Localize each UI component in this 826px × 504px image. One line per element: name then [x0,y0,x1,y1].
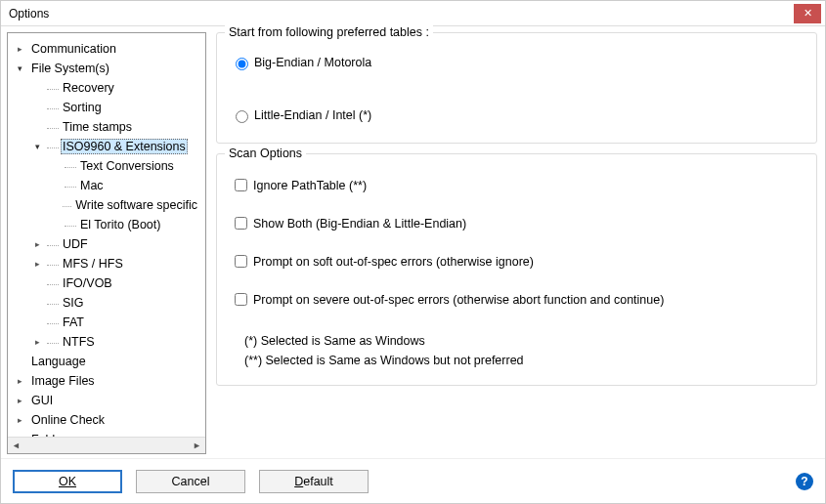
tree-item-label[interactable]: GUI [29,394,55,407]
default-button-rest: efault [303,475,333,488]
tree-branch-line [47,89,59,90]
radio-little-endian-label: Little-Endian / Intel (*) [254,108,371,122]
chevron-right-icon[interactable]: ▸ [14,43,25,55]
tree-branch-line [63,206,72,207]
chevron-down-icon[interactable]: ▾ [14,63,25,74]
radio-big-endian[interactable]: Big-Endian / Motorola [231,55,803,70]
chevron-right-icon[interactable]: ▸ [31,336,43,348]
check-prompt-soft[interactable]: Prompt on soft out-of-spec errors (other… [231,252,803,271]
tree-item[interactable]: Mac [8,176,205,195]
tree-item[interactable]: ▸GUI [8,391,205,410]
nav-tree[interactable]: ▸Communication▾File System(s)RecoverySor… [7,32,206,454]
chevron-down-icon[interactable]: ▾ [31,141,43,152]
check-prompt-soft-input[interactable] [235,255,247,268]
radio-little-endian[interactable]: Little-Endian / Intel (*) [231,107,803,123]
tree-item-label[interactable]: Image Files [29,374,97,388]
tree-item-label[interactable]: Sorting [61,101,104,114]
tree-item-label[interactable]: FAT [61,315,86,329]
tree-branch-line [47,343,59,344]
tree-branch-line [47,108,59,109]
tree-item[interactable]: El Torito (Boot) [8,215,205,234]
tree-item-label[interactable]: Text Conversions [78,159,176,173]
radio-big-endian-input[interactable] [236,58,248,70]
tree-item[interactable]: ▸NTFS [8,332,205,352]
tree-branch-line [65,187,76,188]
scroll-left-icon[interactable]: ◄ [8,438,24,454]
tree-branch-line [47,304,59,305]
tree-item[interactable]: Recovery [8,78,205,98]
check-show-both-label: Show Both (Big-Endian & Little-Endian) [253,217,466,231]
tree-branch-line [47,147,59,148]
tree-item-label[interactable]: Online Check [29,413,107,427]
cancel-button[interactable]: Cancel [136,470,245,493]
tree-item[interactable]: IFO/VOB [8,273,205,293]
tree-item[interactable]: Sorting [8,98,205,117]
check-ignore-pathtable-input[interactable] [235,179,247,191]
group-scan-options-legend: Scan Options [225,147,306,160]
tree-branch-line [65,226,76,227]
check-ignore-pathtable[interactable]: Ignore PathTable (**) [231,176,803,194]
chevron-right-icon[interactable]: ▸ [14,414,25,426]
chevron-right-icon[interactable]: ▸ [31,238,43,250]
tree-horizontal-scrollbar[interactable]: ◄ ► [8,437,205,453]
tree-branch-line [47,284,59,285]
radio-big-endian-label: Big-Endian / Motorola [254,56,371,69]
tree-item[interactable]: ▸Online Check [8,410,205,430]
ok-button[interactable]: OK [13,470,122,493]
chevron-right-icon[interactable]: ▸ [14,375,25,387]
window-title: Options [9,7,794,21]
tree-item[interactable]: Write software specific [8,195,205,215]
settings-panel: Start from following preferred tables : … [212,26,825,458]
tree-item[interactable]: ▾ISO9960 & Extensions [8,137,205,156]
tree-item-label[interactable]: Time stamps [61,120,134,134]
tree-item[interactable]: ▸Image Files [8,371,205,391]
tree-item-label[interactable]: Recovery [61,81,116,95]
tree-item-label[interactable]: File System(s) [29,62,111,75]
radio-little-endian-input[interactable] [236,110,248,123]
group-preferred-tables-legend: Start from following preferred tables : [225,25,433,39]
close-icon[interactable]: ✕ [794,4,821,23]
tree-item-label[interactable]: UDF [61,237,90,251]
check-show-both[interactable]: Show Both (Big-Endian & Little-Endian) [231,214,803,232]
tree-branch-line [47,265,59,266]
tree-branch-line [65,167,76,168]
chevron-right-icon[interactable]: ▸ [14,395,25,406]
tree-item-label[interactable]: Write software specific [73,198,199,212]
tree-item[interactable]: ▾File System(s) [8,59,205,78]
check-prompt-soft-label: Prompt on soft out-of-spec errors (other… [253,255,534,269]
help-icon[interactable]: ? [796,473,813,490]
default-button[interactable]: Default [259,470,369,493]
chevron-right-icon[interactable]: ▸ [31,258,43,270]
tree-item[interactable]: ▸Communication [8,39,205,59]
content-area: ▸Communication▾File System(s)RecoverySor… [1,26,825,458]
check-show-both-input[interactable] [235,217,247,230]
tree-item[interactable]: Text Conversions [8,156,205,176]
dialog-footer: OK Cancel Default ? [1,458,825,503]
tree-item-label[interactable]: NTFS [61,335,97,349]
check-prompt-severe-label: Prompt on severe out-of-spec errors (oth… [253,293,664,307]
tree-item-label[interactable]: IFO/VOB [61,276,114,290]
tree-item-label[interactable]: SIG [61,296,86,310]
check-prompt-severe-input[interactable] [235,293,247,306]
tree-item-label[interactable]: MFS / HFS [61,257,125,271]
footnote-1: (*) Selected is Same as Windows [244,334,803,348]
tree-item[interactable]: Time stamps [8,117,205,137]
tree-item-label[interactable]: Communication [29,42,118,56]
check-ignore-pathtable-label: Ignore PathTable (**) [253,179,367,192]
tree-item[interactable]: SIG [8,293,205,313]
title-bar: Options ✕ [1,1,825,26]
tree-item-label[interactable]: ISO9960 & Extensions [61,139,188,154]
tree-item[interactable]: ▸UDF [8,234,205,254]
scroll-right-icon[interactable]: ► [189,438,205,454]
tree-item-label[interactable]: Language [29,355,88,368]
tree-branch-line [47,128,59,129]
group-preferred-tables: Start from following preferred tables : … [216,32,817,144]
tree-item-label[interactable]: El Torito (Boot) [78,218,162,231]
footnote-2: (**) Selected is Same as Windows but not… [244,354,803,367]
tree-item[interactable]: Language [8,352,205,371]
tree-item-label[interactable]: Mac [78,179,106,192]
check-prompt-severe[interactable]: Prompt on severe out-of-spec errors (oth… [231,290,803,309]
tree-item[interactable]: ▸MFS / HFS [8,254,205,273]
group-scan-options: Scan Options Ignore PathTable (**) Show … [216,153,817,386]
tree-item[interactable]: FAT [8,313,205,332]
